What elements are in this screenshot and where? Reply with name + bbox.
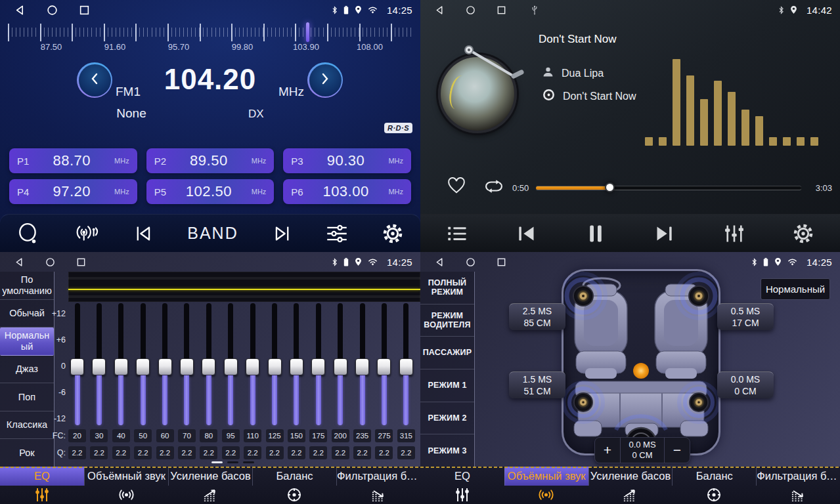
repeat-icon[interactable] <box>483 178 505 198</box>
eq-band-slider[interactable] <box>353 303 371 425</box>
next-station-button[interactable] <box>272 224 292 243</box>
equalizer-settings-button[interactable] <box>326 224 348 243</box>
eq-band-slider[interactable] <box>244 303 261 425</box>
tab-filtering[interactable]: Фильтрация ба... <box>336 467 420 504</box>
settings-gear-button[interactable] <box>793 223 814 244</box>
tab-surround-sound[interactable]: Объёмный звук <box>504 467 588 504</box>
eq-band-slider[interactable] <box>134 303 152 425</box>
eq-band-slider[interactable] <box>375 303 393 425</box>
delay-front-left[interactable]: 2.5 MS 85 CM <box>509 303 565 330</box>
preset-button-p5[interactable]: P5102.50MHz <box>146 179 275 204</box>
tab-bass-boost[interactable]: Усиление басов <box>168 467 252 504</box>
preset-button-p6[interactable]: P6103.00MHz <box>283 179 411 204</box>
eq-band-slider[interactable] <box>156 303 174 425</box>
nav-recents-icon[interactable] <box>497 257 506 267</box>
next-track-button[interactable] <box>653 224 675 243</box>
eq-band-slider[interactable] <box>68 303 86 425</box>
slider-handle[interactable] <box>355 358 369 375</box>
slider-handle[interactable] <box>224 358 238 375</box>
tab-eq[interactable]: EQ <box>420 467 504 504</box>
eq-band-slider[interactable] <box>288 303 305 425</box>
music-player-app: 14:42 Don't Start Now Dua Lipa Don't Sta… <box>420 0 840 252</box>
tune-up-button[interactable] <box>307 62 343 98</box>
favorite-heart-icon[interactable] <box>447 177 466 197</box>
delay-increase-button[interactable]: + <box>595 438 620 463</box>
eq-preset-default[interactable]: По умолчанию <box>0 272 54 300</box>
settings-gear-button[interactable] <box>382 223 403 244</box>
nav-back-icon[interactable] <box>14 257 24 267</box>
slider-handle[interactable] <box>377 358 391 375</box>
slider-handle[interactable] <box>399 358 413 375</box>
slider-handle[interactable] <box>114 358 128 375</box>
progress-bar[interactable] <box>536 186 801 190</box>
eq-band-slider[interactable] <box>397 303 415 425</box>
mode-1[interactable]: РЕЖИМ 1 <box>420 369 474 402</box>
eq-band-slider[interactable] <box>332 303 349 425</box>
mode-driver[interactable]: РЕЖИМ ВОДИТЕЛЯ <box>420 304 474 337</box>
delay-decrease-button[interactable]: − <box>665 438 690 463</box>
nav-recents-icon[interactable] <box>76 257 86 267</box>
tab-eq[interactable]: EQ <box>0 467 84 504</box>
delay-front-right[interactable]: 0.5 MS 17 CM <box>717 303 774 330</box>
nav-back-icon[interactable] <box>14 5 26 16</box>
tab-surround-sound[interactable]: Объёмный звук <box>84 467 168 504</box>
mode-2[interactable]: РЕЖИМ 2 <box>420 402 474 435</box>
preset-button-p2[interactable]: P289.50MHz <box>146 148 275 173</box>
audio-settings-button[interactable] <box>724 224 745 243</box>
preset-button-p4[interactable]: P497.20MHz <box>9 179 137 204</box>
tab-bass-boost[interactable]: Усиление басов <box>588 467 673 504</box>
delay-rear-right[interactable]: 0.0 MS 0 CM <box>717 371 774 398</box>
delay-rear-left[interactable]: 1.5 MS 51 CM <box>509 371 565 398</box>
scan-button[interactable] <box>17 222 39 245</box>
slider-handle[interactable] <box>311 358 325 375</box>
slider-handle[interactable] <box>290 358 303 375</box>
slider-handle[interactable] <box>92 358 106 375</box>
album-art[interactable] <box>438 54 517 133</box>
eq-band-slider[interactable] <box>178 303 196 425</box>
nav-home-icon[interactable] <box>45 257 55 267</box>
eq-band-slider[interactable] <box>222 303 240 425</box>
visualizer-bar <box>728 92 736 146</box>
pause-button[interactable] <box>586 224 605 243</box>
tab-filtering[interactable]: Фильтрация ба... <box>756 467 840 504</box>
nav-home-icon[interactable] <box>47 5 58 16</box>
previous-track-button[interactable] <box>516 224 538 243</box>
elapsed-time: 0:50 <box>512 183 529 193</box>
eq-band-column: 302.2 <box>90 303 108 459</box>
frequency-pointer[interactable] <box>306 22 309 42</box>
nav-back-icon[interactable] <box>435 257 445 267</box>
broadcast-icon-button[interactable] <box>74 223 100 244</box>
eq-band-slider[interactable] <box>266 303 284 425</box>
progress-thumb[interactable] <box>605 182 615 192</box>
mode-full[interactable]: ПОЛНЫЙ РЕЖИМ <box>420 272 474 304</box>
slider-handle[interactable] <box>246 358 259 375</box>
slider-handle[interactable] <box>158 358 172 375</box>
nav-recents-icon[interactable] <box>497 5 506 15</box>
profile-button[interactable]: Нормальный <box>761 278 830 300</box>
previous-station-button[interactable] <box>134 224 154 243</box>
nav-recents-icon[interactable] <box>79 5 90 16</box>
slider-handle[interactable] <box>70 358 84 375</box>
preset-button-p3[interactable]: P390.30MHz <box>283 148 411 173</box>
nav-home-icon[interactable] <box>466 257 475 267</box>
tab-balance[interactable]: Баланс <box>672 467 756 504</box>
slider-handle[interactable] <box>334 358 347 375</box>
eq-band-slider[interactable] <box>200 303 217 425</box>
nav-back-icon[interactable] <box>435 5 445 15</box>
nav-home-icon[interactable] <box>466 5 475 15</box>
playlist-button[interactable] <box>447 224 468 243</box>
band-button[interactable]: BAND <box>187 224 238 243</box>
mode-3[interactable]: РЕЖИМ 3 <box>420 434 474 467</box>
eq-band-slider[interactable] <box>112 303 130 425</box>
front-left-speaker <box>564 274 606 318</box>
preset-button-p1[interactable]: P188.70MHz <box>9 148 137 173</box>
slider-handle[interactable] <box>268 358 282 375</box>
slider-handle[interactable] <box>136 358 150 375</box>
eq-band-slider[interactable] <box>90 303 108 425</box>
tab-balance[interactable]: Баланс <box>252 467 336 504</box>
tune-down-button[interactable] <box>77 62 112 98</box>
slider-handle[interactable] <box>180 358 194 375</box>
slider-handle[interactable] <box>202 358 215 375</box>
eq-band-slider[interactable] <box>309 303 327 425</box>
mode-passenger[interactable]: ПАССАЖИР <box>420 337 474 369</box>
